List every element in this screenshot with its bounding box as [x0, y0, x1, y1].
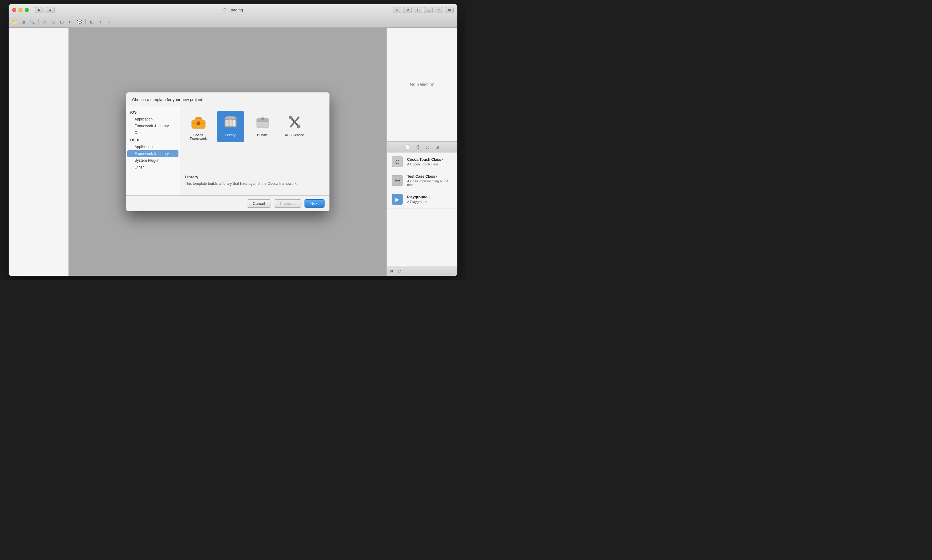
dialog-buttons: Cancel Previous Next — [126, 195, 330, 211]
svg-rect-10 — [225, 126, 236, 127]
minimize-button[interactable] — [18, 8, 23, 12]
sidebar-item-osx-other[interactable]: Other — [126, 164, 180, 171]
svg-rect-14 — [261, 118, 264, 120]
template-bundle[interactable]: Bundle — [249, 111, 276, 142]
dialog-title: Choose a template for your new project: — [126, 92, 330, 106]
back-icon[interactable]: ‹ — [97, 18, 104, 26]
playground-icon: ▶ — [391, 193, 404, 205]
next-button[interactable]: Next — [305, 199, 325, 208]
refresh-button[interactable]: ↻ — [403, 7, 412, 13]
library-label: Library — [225, 133, 236, 137]
xpc-service-label: XPC Service — [285, 133, 304, 137]
main-window: ▶ ■ Loading ≡ ↻ ↩ ⬚ □ ⊞ 📁 ⊞ 🔍 ⚠ ◇ ⊟ ↩ 💬 … — [9, 4, 458, 276]
cocoa-framework-label: CocoaFramework — [190, 133, 207, 140]
file-tab-icon[interactable]: 📄 — [405, 145, 410, 149]
right-panel-bottom-toolbar: ⊞ ◎ — [387, 266, 458, 276]
test-case-icon: Test — [391, 174, 404, 187]
svg-text:C: C — [396, 159, 399, 165]
cocoa-touch-desc: A Cocoa Touch class — [407, 162, 453, 166]
osx-section-header: OS X — [126, 136, 180, 143]
template-description: Library This template builds a library t… — [180, 171, 330, 195]
grid-view-icon[interactable]: ⊞ — [390, 269, 393, 273]
list-view-button[interactable]: ≡ — [393, 7, 401, 13]
traffic-lights — [12, 8, 29, 12]
utilities-button[interactable]: ⊞ — [445, 7, 454, 13]
svg-rect-2 — [196, 117, 201, 119]
list-item-cocoa-touch[interactable]: C Cocoa Touch Class - A Cocoa Touch clas… — [387, 152, 458, 171]
window-title: Loading — [229, 8, 243, 12]
sidebar-item-osx-plugin[interactable]: System Plug-in — [126, 157, 180, 164]
grid-icon[interactable]: ⊞ — [20, 18, 27, 26]
svg-rect-9 — [233, 120, 235, 126]
cocoa-touch-text: Cocoa Touch Class - A Cocoa Touch class — [407, 157, 453, 166]
test-case-title: Test Case Class - — [407, 174, 453, 178]
cancel-button[interactable]: Cancel — [247, 199, 271, 208]
list-item-playground[interactable]: ▶ Playground - A Playground — [387, 190, 458, 209]
xpc-service-icon — [285, 113, 304, 131]
sidebar-item-ios-framework[interactable]: Framework & Library — [126, 123, 180, 129]
previous-button[interactable]: Previous — [274, 199, 302, 208]
bundle-label: Bundle — [257, 133, 268, 137]
playground-text: Playground - A Playground — [407, 195, 453, 204]
back-forward-button[interactable]: ↩ — [414, 7, 422, 13]
template-desc-body: This template builds a library that link… — [185, 181, 325, 186]
close-button[interactable] — [12, 8, 16, 12]
sidebar-item-osx-framework[interactable]: Framework & Library — [127, 150, 179, 157]
bubble-icon[interactable]: 💬 — [75, 18, 83, 26]
playground-desc: A Playground — [407, 200, 453, 204]
playground-title: Playground - — [407, 195, 453, 199]
template-library[interactable]: Library — [217, 111, 244, 142]
navigator-button[interactable]: □ — [434, 7, 443, 13]
svg-rect-8 — [230, 120, 231, 126]
table-icon[interactable]: ⊟ — [58, 18, 66, 26]
warning-icon[interactable]: ⚠ — [41, 18, 48, 26]
titlebar-right: ≡ ↻ ↩ ⬚ □ ⊞ — [393, 7, 454, 13]
svg-text:Test: Test — [394, 179, 400, 182]
folder-icon[interactable]: 📁 — [11, 18, 18, 26]
bundle-icon — [253, 113, 272, 131]
filter-icon[interactable]: ◎ — [398, 269, 401, 273]
list-item-test-case[interactable]: Test Test Case Class - A class implement… — [387, 171, 458, 190]
split-view-button[interactable]: ⬚ — [424, 7, 433, 13]
center-area: Choose a template for your new project: … — [69, 28, 387, 276]
svg-text:▶: ▶ — [396, 197, 399, 202]
layout-icon[interactable]: ⊞ — [88, 18, 96, 26]
titlebar-controls: ▶ ■ — [35, 7, 55, 13]
loading-spinner — [223, 8, 227, 12]
right-panel-toolbar: 📄 {} ◎ ⊞ — [387, 142, 458, 152]
sidebar-item-ios-application[interactable]: Application — [126, 116, 180, 123]
template-list: C Cocoa Touch Class - A Cocoa Touch clas… — [387, 152, 458, 266]
maximize-button[interactable] — [25, 8, 29, 12]
history-icon[interactable]: ↩ — [67, 18, 74, 26]
svg-point-18 — [289, 116, 292, 119]
cocoa-framework-icon — [189, 113, 208, 131]
no-selection-label: No Selection — [410, 82, 434, 87]
circle-tab-icon[interactable]: ◎ — [426, 145, 429, 149]
test-case-text: Test Case Class - A class implementing a… — [407, 174, 453, 187]
sidebar-item-osx-application[interactable]: Application — [126, 143, 180, 150]
grid-tab-icon[interactable]: ⊞ — [436, 145, 439, 149]
library-icon — [221, 113, 240, 131]
dialog-sidebar: iOS Application Framework & Library Othe… — [126, 106, 180, 195]
toolbar-separator-1 — [38, 19, 39, 25]
braces-tab-icon[interactable]: {} — [416, 145, 419, 149]
left-panel — [9, 28, 69, 276]
main-content: Choose a template for your new project: … — [9, 28, 458, 276]
forward-icon[interactable]: › — [105, 18, 113, 26]
stop-button[interactable]: ■ — [46, 7, 55, 13]
right-panel: No Selection 📄 {} ◎ ⊞ C — [387, 28, 458, 276]
modal-overlay: Choose a template for your new project: … — [69, 28, 387, 276]
titlebar: ▶ ■ Loading ≡ ↻ ↩ ⬚ □ ⊞ — [9, 4, 458, 16]
template-cocoa-framework[interactable]: CocoaFramework — [185, 111, 212, 142]
svg-rect-7 — [226, 120, 228, 126]
search-icon[interactable]: 🔍 — [28, 18, 36, 26]
bookmark-icon[interactable]: ◇ — [49, 18, 57, 26]
cocoa-touch-icon: C — [391, 155, 404, 168]
template-xpc-service[interactable]: XPC Service — [281, 111, 308, 142]
svg-point-11 — [225, 116, 236, 120]
svg-point-19 — [297, 125, 300, 128]
toolbar-separator-2 — [85, 19, 86, 25]
play-button[interactable]: ▶ — [35, 7, 43, 13]
toolbar: 📁 ⊞ 🔍 ⚠ ◇ ⊟ ↩ 💬 ⊞ ‹ › — [9, 16, 458, 28]
sidebar-item-ios-other[interactable]: Other — [126, 129, 180, 136]
